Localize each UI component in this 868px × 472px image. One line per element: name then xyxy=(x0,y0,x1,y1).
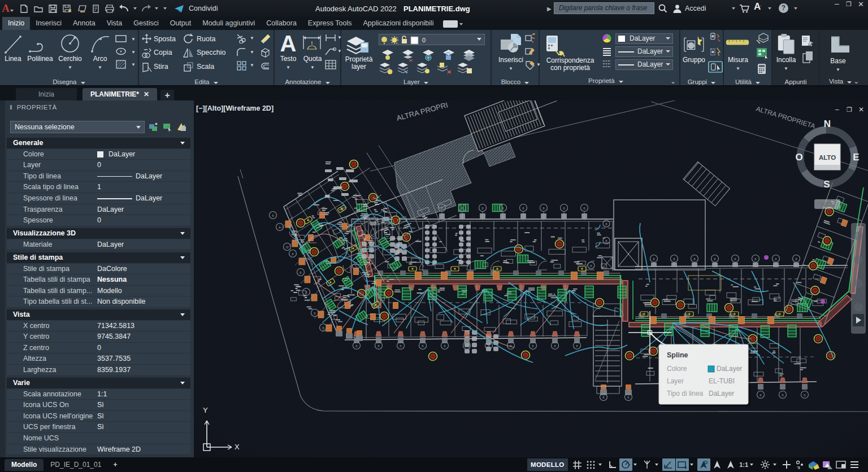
svg-text:E: E xyxy=(853,152,859,163)
svg-text:0: 0 xyxy=(422,37,426,43)
svg-text:Colore: Colore xyxy=(667,365,687,373)
svg-text:–: – xyxy=(835,106,839,113)
svg-text:[−][Alto][Wireframe 2D]: [−][Alto][Wireframe 2D] xyxy=(196,104,274,112)
svg-text:WCS: WCS xyxy=(820,201,835,208)
svg-text:O: O xyxy=(795,152,802,163)
svg-text:Y: Y xyxy=(203,406,208,414)
svg-text:✕: ✕ xyxy=(858,106,864,113)
svg-text:Layer: Layer xyxy=(667,377,684,385)
svg-text:X: X xyxy=(235,443,240,451)
svg-text:❐: ❐ xyxy=(847,106,852,113)
svg-text:S: S xyxy=(823,179,830,190)
svg-text:ALTO: ALTO xyxy=(819,154,836,161)
svg-text:DaLayer: DaLayer xyxy=(717,365,742,373)
svg-text:DaLayer: DaLayer xyxy=(709,390,734,397)
svg-text:EL-TUBI: EL-TUBI xyxy=(709,377,735,385)
svg-text:Tipo di linea: Tipo di linea xyxy=(667,390,704,397)
svg-text:Spline: Spline xyxy=(667,351,688,359)
svg-text:N: N xyxy=(824,119,831,129)
